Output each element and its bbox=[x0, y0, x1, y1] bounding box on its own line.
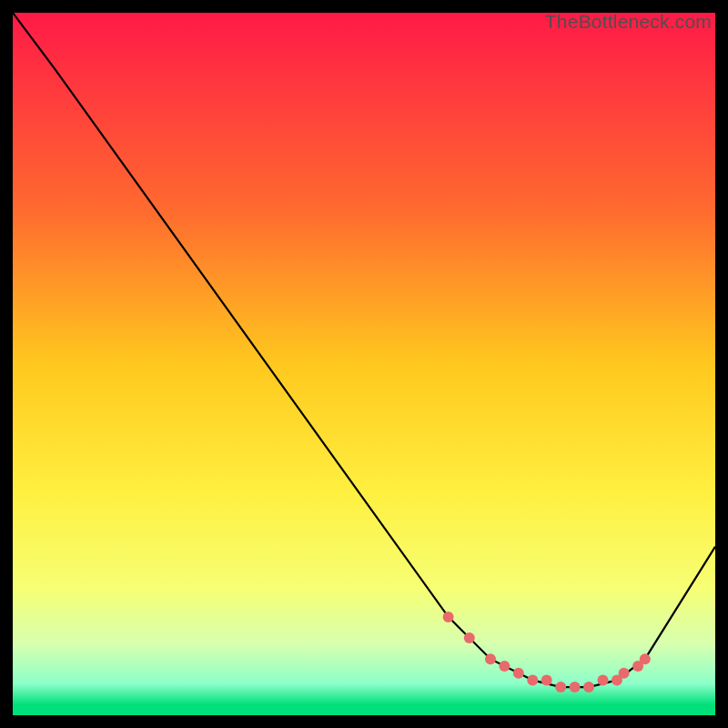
curve-dot bbox=[513, 668, 524, 679]
curve-dot bbox=[598, 674, 609, 685]
chart-svg bbox=[13, 13, 715, 715]
curve-dot bbox=[619, 668, 630, 679]
curve-dot bbox=[570, 682, 581, 693]
curve-dot bbox=[555, 682, 566, 693]
curve-dot bbox=[443, 612, 454, 622]
chart-frame: TheBottleneck.com bbox=[13, 13, 715, 715]
curve-dot bbox=[541, 674, 552, 685]
curve-dot bbox=[485, 653, 496, 664]
curve-dot bbox=[464, 632, 475, 643]
curve-dot bbox=[583, 682, 594, 693]
curve-dot bbox=[527, 674, 538, 685]
curve-dot bbox=[640, 653, 651, 664]
watermark-text: TheBottleneck.com bbox=[545, 11, 712, 33]
curve-dot bbox=[499, 661, 510, 672]
chart-background bbox=[13, 13, 715, 715]
